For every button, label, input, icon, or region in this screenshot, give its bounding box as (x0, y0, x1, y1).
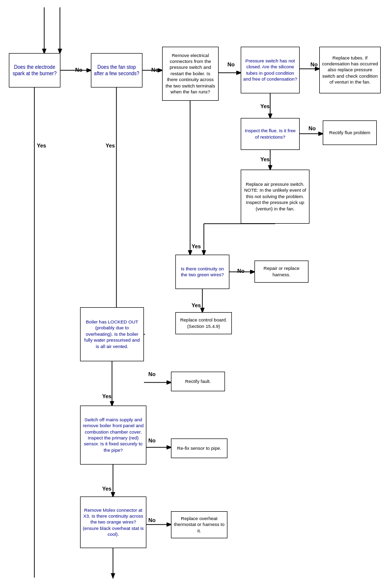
label-yes-3: Yes (192, 243, 201, 249)
box-rectify-flue: Rectify flue problem (323, 120, 377, 145)
label-no-9: No (148, 517, 156, 523)
box-locked-out: Boiler has LOCKED OUT (probably due to o… (80, 307, 144, 361)
label-yes-6: Yes (37, 143, 46, 148)
box-molex-connector: Remove Molex connector at X3. Is there c… (80, 496, 146, 548)
box-replace-air-pressure: Replace air pressure switch. NOTE: In th… (241, 170, 309, 224)
box-electrode-spark: Does the electrode spark at the burner? (9, 53, 60, 88)
box-refix-sensor: Re-fix sensor to pipe. (171, 438, 227, 458)
label-yes-8: Yes (102, 486, 112, 492)
label-no-8: No (148, 438, 156, 443)
box-primary-sensor: Switch off mains supply and remove boile… (80, 406, 146, 465)
label-no-5: No (308, 125, 316, 131)
box-inspect-flue: Inspect the flue. Is it free of restrict… (241, 118, 300, 150)
box-replace-tubes: Replace tubes. If condensation has occur… (319, 47, 381, 93)
label-no-4: No (310, 61, 318, 67)
label-no-3: No (227, 61, 235, 67)
box-replace-control-board: Replace control board. (Section 15.4.9) (175, 312, 232, 334)
box-repair-harness: Repair or replace harness. (254, 261, 308, 283)
label-no-1: No (75, 67, 83, 73)
box-pressure-switch-closed: Pressure switch has not closed. Are the … (241, 47, 300, 93)
label-yes-2: Yes (260, 156, 270, 162)
label-no-6: No (237, 268, 245, 274)
label-no-7: No (148, 371, 156, 377)
box-remove-connectors: Remove electrical connectors from the pr… (162, 47, 219, 101)
box-continuity-green: Is there continuity on the two green wir… (175, 255, 229, 289)
label-yes-1: Yes (260, 103, 270, 109)
label-yes-7: Yes (102, 393, 112, 399)
label-no-2: No (151, 67, 159, 73)
flowchart: Does the electrode spark at the burner? … (0, 0, 392, 584)
box-replace-overheat: Replace overheat thermostat or harness t… (171, 511, 227, 538)
box-rectify-fault: Rectify fault. (171, 372, 225, 391)
label-yes-4: Yes (192, 302, 201, 308)
label-yes-5: Yes (106, 143, 115, 148)
box-fan-stop: Does the fan stop after a few seconds? (91, 53, 142, 88)
